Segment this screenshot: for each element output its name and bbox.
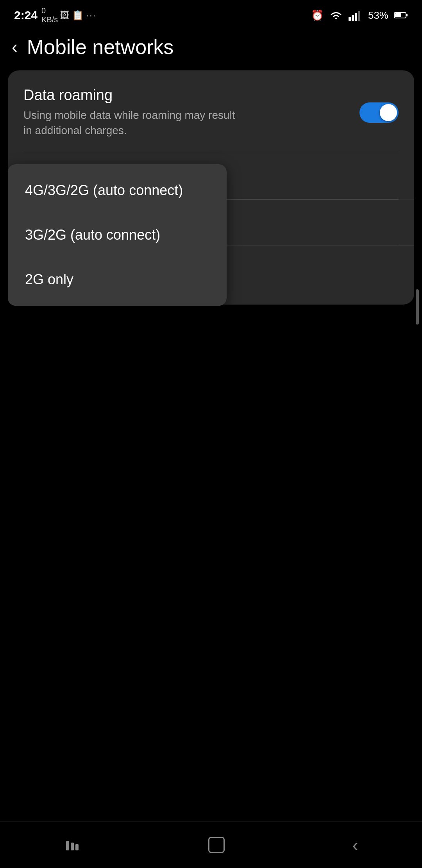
battery-percent: 53%: [368, 9, 388, 22]
data-roaming-toggle[interactable]: [359, 102, 399, 123]
nav-recent-button[interactable]: [64, 836, 81, 854]
wifi-icon: [329, 10, 343, 21]
dropdown-option-4g3g2g[interactable]: 4G/3G/2G (auto connect): [8, 168, 227, 213]
back-button[interactable]: ‹: [12, 38, 18, 56]
signal-icon: [349, 10, 363, 21]
page-title: Mobile networks: [27, 35, 174, 59]
back-nav-icon: ‹: [352, 834, 358, 855]
data-roaming-subtitle: Using mobile data while roaming may resu…: [23, 108, 242, 138]
svg-rect-2: [355, 13, 357, 21]
status-left: 2:24 0KB/s 🖼 📋 ···: [14, 6, 96, 24]
svg-rect-3: [358, 11, 360, 21]
scroll-indicator: [416, 289, 419, 325]
dropdown-option-3g2g[interactable]: 3G/2G (auto connect): [8, 213, 227, 257]
data-roaming-title: Data roaming: [23, 87, 359, 104]
svg-rect-6: [395, 13, 401, 17]
svg-rect-9: [75, 844, 79, 850]
network-mode-dropdown: 4G/3G/2G (auto connect) 3G/2G (auto conn…: [8, 164, 227, 306]
data-roaming-text: Data roaming Using mobile data while roa…: [23, 87, 359, 138]
page-header: ‹ Mobile networks: [0, 27, 422, 70]
network-speed-icon: 0KB/s: [41, 6, 58, 24]
nav-home-button[interactable]: [208, 837, 225, 853]
image-icon: 🖼: [60, 10, 70, 21]
svg-rect-8: [71, 843, 74, 850]
home-square-icon: [208, 837, 225, 853]
svg-rect-0: [349, 17, 351, 21]
toggle-knob: [380, 104, 397, 121]
svg-rect-5: [406, 14, 408, 16]
svg-rect-7: [66, 841, 69, 850]
status-right: ⏰ 53%: [311, 9, 408, 22]
status-time: 2:24: [14, 9, 38, 22]
status-small-icons: 0KB/s 🖼 📋 ···: [41, 6, 96, 24]
status-bar: 2:24 0KB/s 🖼 📋 ··· ⏰ 53%: [0, 0, 422, 27]
nav-back-button[interactable]: ‹: [352, 834, 358, 855]
notification-icon: 📋: [72, 10, 84, 21]
dropdown-option-2g[interactable]: 2G only: [8, 257, 227, 302]
data-roaming-row: Data roaming Using mobile data while roa…: [8, 70, 414, 153]
more-icon: ···: [86, 10, 96, 21]
battery-icon: [394, 11, 408, 19]
nav-bar: ‹: [0, 821, 422, 868]
alarm-icon: ⏰: [311, 9, 324, 22]
svg-rect-1: [352, 15, 354, 21]
